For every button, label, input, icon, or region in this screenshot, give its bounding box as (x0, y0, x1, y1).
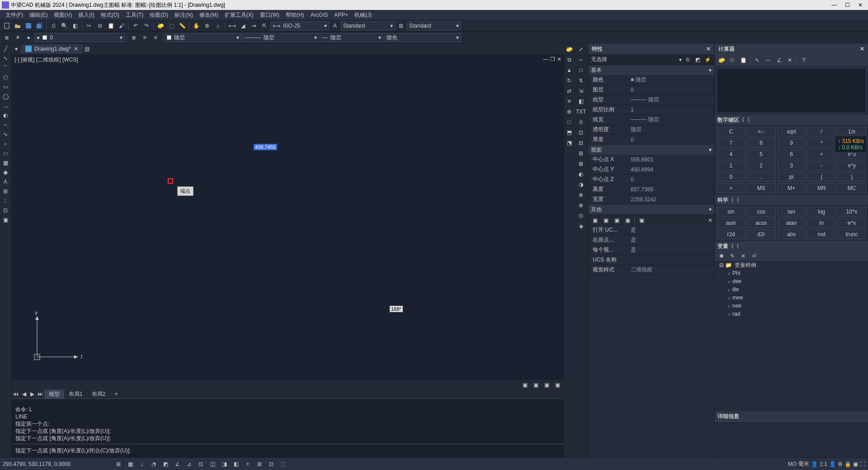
status-toggle-icon[interactable]: ◔ (148, 459, 159, 469)
calc-button[interactable]: MR (807, 183, 836, 193)
new-tab-icon[interactable]: ▤ (83, 46, 92, 52)
status-toggle-icon[interactable]: ◧ (231, 459, 241, 469)
property-value[interactable]: ■ 随层 (629, 76, 714, 84)
calc-button[interactable]: 1/x (837, 127, 866, 137)
layers-iso-icon[interactable]: ≡ (151, 33, 160, 43)
property-row[interactable]: 在原点...是 (588, 235, 714, 245)
calc-button[interactable]: abs (777, 229, 806, 239)
calc-button[interactable]: pi (777, 172, 806, 182)
modify-tool-icon[interactable]: ◧ (576, 96, 586, 106)
status-toggle-icon[interactable]: ⊞ (113, 459, 124, 469)
lock-ui-icon[interactable]: 🔒 (844, 461, 851, 467)
draw-tool-icon[interactable]: ▭ (0, 82, 11, 91)
tab-layout1[interactable]: 布局1 (64, 389, 87, 399)
variable-row[interactable]: 𝑥rad (715, 310, 868, 318)
new-icon[interactable] (2, 21, 12, 31)
plotstyle-combo[interactable]: 随色▾ (384, 33, 461, 42)
zoom-icon[interactable]: ⊕ (202, 21, 212, 31)
workspace-icon[interactable]: ⚙ (838, 461, 843, 467)
var-root[interactable]: ⊟ 📁 变量样例 (715, 261, 868, 269)
property-row[interactable]: 每个视...是 (588, 245, 714, 255)
dimstyle-combo[interactable]: ⟷ISO-25▾ (270, 21, 329, 30)
menu-item[interactable]: ArcGIS (308, 11, 331, 19)
calc-button[interactable]: 6 (777, 149, 806, 159)
menu-item[interactable]: 工具(T) (123, 10, 146, 20)
calc-button[interactable]: * (807, 138, 836, 148)
modify-tool-icon[interactable]: ⊕ (564, 107, 574, 117)
copy-icon[interactable]: ⧉ (95, 21, 105, 31)
calc-button[interactable]: = (717, 183, 745, 193)
modify-tool-icon[interactable]: ⬔ (564, 138, 574, 148)
toggle-pickadd-icon[interactable]: ⚡ (703, 56, 712, 64)
menu-item[interactable]: 视图(V) (51, 10, 75, 20)
status-toggle-icon[interactable]: ◨ (219, 459, 230, 469)
var-new-icon[interactable]: ✱ (717, 251, 726, 261)
modify-tool-icon[interactable]: ◐ (576, 169, 586, 179)
vp-restore-icon[interactable]: ❐ (550, 56, 555, 62)
variable-row[interactable]: 𝑥dee (715, 277, 868, 285)
calc-button[interactable]: e^x (837, 218, 866, 228)
calc-button[interactable]: r2d (717, 229, 745, 239)
draw-tool-icon[interactable]: ◉ (0, 168, 11, 177)
color-combo[interactable]: 随层▾ (165, 33, 241, 42)
modify-tool-icon[interactable]: ◑ (576, 180, 586, 190)
draw-tool-icon[interactable]: :: (0, 196, 11, 205)
modify-tool-icon[interactable]: ⊕ (576, 190, 586, 200)
dim-linear-icon[interactable]: ⟷ (227, 21, 237, 31)
modify-tool-icon[interactable]: ↯ (576, 76, 586, 85)
var-del-icon[interactable]: ✕ (738, 251, 748, 261)
calc-button[interactable]: cos (747, 207, 776, 217)
ctx-icon-1[interactable]: ▣ (520, 380, 530, 390)
calc-dist-icon[interactable]: ↔ (763, 55, 773, 65)
menu-item[interactable]: 标注(N) (172, 10, 196, 20)
menu-item[interactable]: 绘图(D) (147, 10, 171, 20)
var-send-icon[interactable]: ⏎ (749, 251, 759, 261)
calc-button[interactable]: rnd (807, 229, 836, 239)
props-tool-icon[interactable]: ▣ (612, 215, 622, 225)
layout-next-icon[interactable]: ▶ (28, 391, 36, 397)
tab-dropdown-icon[interactable]: ▾ (12, 46, 21, 52)
file-tab-close-icon[interactable]: ✕ (74, 46, 78, 52)
menu-item[interactable]: 格式(O) (98, 10, 122, 20)
calc-button[interactable]: acos (747, 218, 776, 228)
fullscreen-icon[interactable]: ⛶ (860, 461, 865, 467)
status-toggle-icon[interactable]: ▦ (125, 459, 136, 469)
minimize-button[interactable]: — (831, 2, 837, 8)
scale-button[interactable]: 1:1 (820, 461, 827, 467)
variable-row[interactable]: 𝑥nee (715, 302, 868, 310)
modify-tool-icon[interactable]: ⊠ (576, 159, 586, 169)
calc-help-icon[interactable]: ? (799, 55, 809, 65)
property-row[interactable]: 中心点 Y450.4994 (588, 165, 714, 175)
calc-button[interactable]: tan (777, 207, 806, 217)
calc-button[interactable]: 1 (717, 161, 745, 171)
annoscale2-icon[interactable]: 👤 (829, 461, 836, 467)
select-objects-icon[interactable]: ◩ (693, 56, 702, 64)
measure-icon[interactable]: 📏 (177, 21, 187, 31)
layers-state-icon[interactable]: ≡ (140, 33, 150, 43)
draw-tool-icon[interactable]: ◯ (0, 92, 11, 101)
calc-angle-icon[interactable]: ∠ (774, 55, 784, 65)
matchprop-icon[interactable]: 🖌 (117, 21, 127, 31)
variables-header[interactable]: 变量〈〈 (715, 241, 868, 251)
property-value[interactable]: 是 (629, 236, 714, 244)
draw-tool-icon[interactable]: ▦ (0, 158, 11, 167)
layer-combo[interactable]: ●0▾ (34, 33, 125, 42)
property-row[interactable]: 中心点 X555.8901 (588, 155, 714, 165)
calc-button[interactable]: 4 (717, 149, 745, 159)
property-row[interactable]: 宽度2259.3242 (588, 195, 714, 204)
layers-prev-icon[interactable]: ≣ (129, 33, 139, 43)
property-row[interactable]: 图层0 (588, 85, 714, 95)
modify-tool-icon[interactable]: ⊟ (576, 138, 586, 148)
calc-button[interactable]: log (807, 207, 836, 217)
modify-tool-icon[interactable]: ⊙ (576, 211, 586, 221)
draw-tool-icon[interactable]: ∿ (0, 130, 11, 139)
ctx-icon-2[interactable]: ▣ (531, 380, 541, 390)
modify-tool-icon[interactable]: ⎘ (576, 117, 586, 127)
calculator-display[interactable] (717, 68, 866, 113)
vp-min-icon[interactable]: — (543, 56, 548, 62)
variable-row[interactable]: 𝑥Phi (715, 269, 868, 277)
close-button[interactable]: ✕ (858, 2, 863, 8)
dim-aligned-icon[interactable]: ⇱ (259, 21, 269, 31)
draw-tool-icon[interactable]: ⌓ (0, 101, 11, 110)
maximize-button[interactable]: ☐ (845, 2, 850, 8)
